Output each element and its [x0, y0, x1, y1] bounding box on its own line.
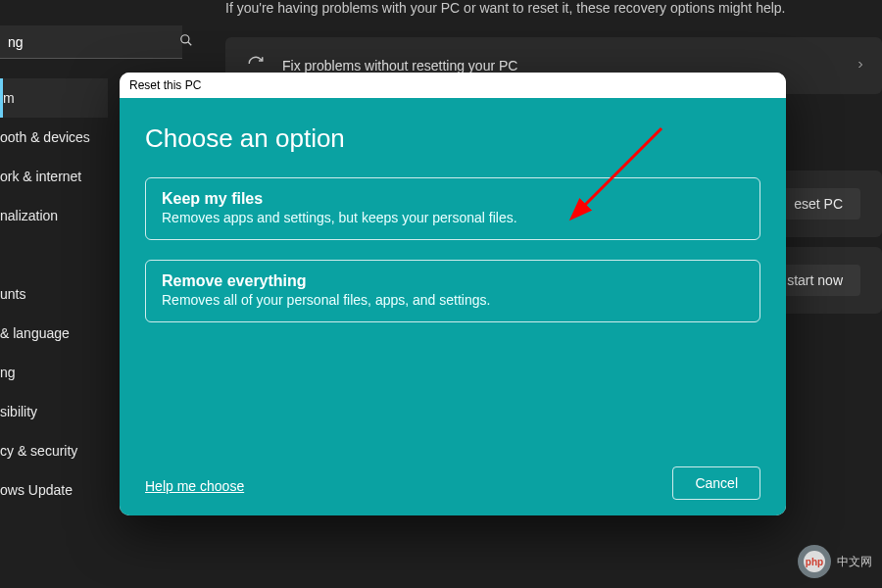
nav-item-time-language[interactable]: & language: [0, 314, 108, 353]
nav-label: sibility: [0, 404, 37, 419]
option-title: Remove everything: [162, 272, 744, 290]
page-intro: If you're having problems with your PC o…: [225, 0, 882, 16]
nav-item-network[interactable]: ork & internet: [0, 157, 108, 196]
svg-point-0: [181, 35, 189, 43]
dialog-heading: Choose an option: [145, 123, 760, 154]
nav-item-privacy-security[interactable]: cy & security: [0, 431, 108, 470]
nav-label: unts: [0, 286, 25, 302]
cancel-button[interactable]: Cancel: [672, 466, 760, 500]
watermark-badge-text: php: [804, 551, 825, 572]
nav-label: ooth & devices: [0, 129, 90, 145]
settings-sidebar: m ooth & devices ork & internet nalizati…: [0, 0, 108, 588]
nav-label: nalization: [0, 208, 58, 223]
watermark-text: 中文网: [837, 554, 872, 570]
nav-item-bluetooth[interactable]: ooth & devices: [0, 118, 108, 157]
help-me-choose-link[interactable]: Help me choose: [145, 478, 244, 494]
nav-item-system[interactable]: m: [0, 78, 108, 118]
nav-item-personalization[interactable]: nalization: [0, 196, 108, 235]
nav-label: cy & security: [0, 443, 77, 459]
nav-item-windows-update[interactable]: ows Update: [0, 470, 108, 510]
nav-item-accessibility[interactable]: sibility: [0, 392, 108, 431]
nav-label: & language: [0, 325, 70, 341]
search-box[interactable]: [0, 25, 182, 59]
nav-label: ng: [0, 365, 16, 380]
option-title: Keep my files: [162, 190, 744, 208]
option-remove-everything[interactable]: Remove everything Removes all of your pe…: [145, 260, 760, 322]
reset-pc-dialog: Reset this PC Choose an option Keep my f…: [120, 73, 786, 515]
reset-pc-button[interactable]: eset PC: [776, 188, 860, 220]
nav-label: ows Update: [0, 482, 73, 498]
dialog-body: Choose an option Keep my files Removes a…: [120, 98, 786, 515]
watermark: php 中文网: [798, 545, 872, 578]
nav-item-gaming[interactable]: ng: [0, 353, 108, 392]
option-keep-my-files[interactable]: Keep my files Removes apps and settings,…: [145, 177, 760, 240]
svg-line-1: [188, 42, 192, 46]
chevron-right-icon: [855, 58, 866, 74]
fix-problems-label: Fix problems without resetting your PC: [282, 58, 517, 74]
search-icon: [179, 33, 193, 50]
dialog-titlebar: Reset this PC: [120, 73, 786, 98]
nav-label: ork & internet: [0, 169, 81, 184]
search-input[interactable]: [8, 34, 179, 50]
nav-item-accounts[interactable]: unts: [0, 274, 108, 314]
nav-list: m ooth & devices ork & internet nalizati…: [0, 78, 108, 510]
watermark-badge-icon: php: [798, 545, 831, 578]
nav-item-apps[interactable]: [0, 235, 108, 274]
nav-label: m: [3, 90, 15, 106]
option-subtitle: Removes all of your personal files, apps…: [162, 292, 744, 308]
option-subtitle: Removes apps and settings, but keeps you…: [162, 210, 744, 225]
